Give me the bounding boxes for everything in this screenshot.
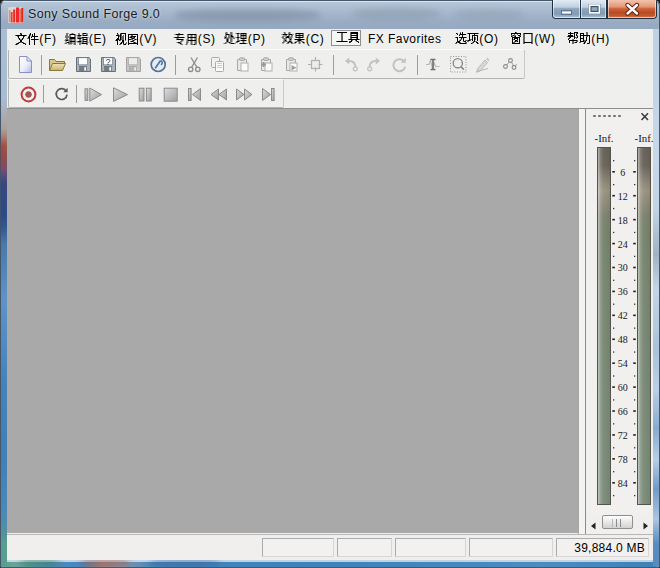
svg-text:84: 84 — [618, 478, 628, 489]
svg-text:12: 12 — [618, 191, 628, 202]
svg-text:48: 48 — [618, 334, 628, 345]
svg-text:FX Favorites: FX Favorites — [368, 32, 441, 46]
svg-text:(E): (E) — [89, 32, 107, 46]
svg-text:6: 6 — [620, 167, 625, 178]
svg-text:(O): (O) — [479, 32, 498, 46]
svg-text:18: 18 — [618, 215, 628, 226]
svg-text:(F): (F) — [39, 32, 56, 46]
svg-text:(C): (C) — [306, 32, 325, 46]
svg-text:66: 66 — [618, 406, 628, 417]
svg-text:30: 30 — [618, 262, 628, 273]
svg-text:(V): (V) — [139, 32, 157, 46]
svg-text:?: ? — [106, 57, 111, 67]
svg-text:24: 24 — [618, 239, 628, 250]
svg-text:60: 60 — [618, 382, 628, 393]
svg-text:42: 42 — [618, 310, 628, 321]
svg-text:(W): (W) — [534, 32, 555, 46]
svg-text:(P): (P) — [248, 32, 266, 46]
svg-text:72: 72 — [618, 430, 628, 441]
svg-text:36: 36 — [618, 286, 628, 297]
svg-text:54: 54 — [618, 358, 628, 369]
svg-text:(S): (S) — [198, 32, 216, 46]
svg-text:(H): (H) — [591, 32, 610, 46]
svg-text:78: 78 — [618, 454, 628, 465]
